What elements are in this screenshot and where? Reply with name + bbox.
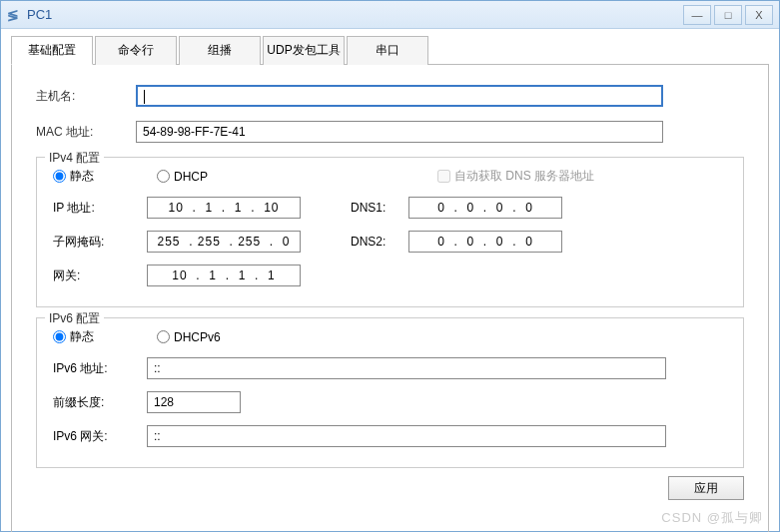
ipv6-gateway-label: IPv6 网关:	[53, 428, 147, 445]
dns2-label: DNS2:	[351, 235, 408, 249]
tab-bar: 基础配置 命令行 组播 UDP发包工具 串口	[11, 35, 769, 65]
mac-label: MAC 地址:	[36, 124, 136, 141]
subnet-mask-row: 子网掩码: DNS2:	[53, 231, 727, 253]
app-window: ≶ PC1 — □ X 基础配置 命令行 组播 UDP发包工具 串口 主机名: …	[0, 0, 780, 532]
ipv4-static-label: 静态	[70, 168, 94, 185]
ipv6-gateway-row: IPv6 网关:	[53, 425, 727, 447]
hostname-input[interactable]	[136, 85, 663, 107]
hostname-row: 主机名:	[36, 85, 744, 107]
ipv4-static-radio[interactable]	[53, 170, 66, 183]
tab-cli[interactable]: 命令行	[95, 36, 177, 65]
ipv6-fieldset: IPv6 配置 静态 DHCPv6 IPv6 地址:	[36, 317, 744, 468]
ipv6-prefix-input[interactable]	[147, 391, 241, 413]
ip-address-input[interactable]	[147, 197, 301, 219]
ipv6-dhcp-option[interactable]: DHCPv6	[157, 330, 221, 344]
app-icon: ≶	[7, 7, 23, 23]
ipv4-dhcp-radio[interactable]	[157, 170, 170, 183]
tab-serial[interactable]: 串口	[347, 36, 428, 65]
ipv4-legend: IPv4 配置	[45, 150, 104, 167]
dns2-input[interactable]	[408, 231, 562, 253]
ipv6-legend: IPv6 配置	[45, 310, 104, 327]
ipv6-gateway-input[interactable]	[147, 425, 666, 447]
ipv4-mode-row: 静态 DHCP 自动获取 DNS 服务器地址	[53, 168, 727, 185]
ipv6-address-row: IPv6 地址:	[53, 357, 727, 379]
window-title: PC1	[27, 7, 52, 22]
ipv6-prefix-label: 前缀长度:	[53, 394, 147, 411]
tab-body: 主机名: MAC 地址: IPv4 配置 静态	[11, 65, 769, 532]
gateway-input[interactable]	[147, 265, 301, 286]
auto-dns-checkbox	[437, 170, 450, 183]
ipv6-address-input[interactable]	[147, 357, 666, 379]
ipv6-address-label: IPv6 地址:	[53, 360, 147, 377]
mac-row: MAC 地址:	[36, 121, 744, 143]
gateway-label: 网关:	[53, 267, 147, 284]
maximize-button[interactable]: □	[714, 5, 742, 25]
apply-button[interactable]: 应用	[668, 476, 744, 500]
ipv6-prefix-row: 前缀长度:	[53, 391, 727, 413]
tab-multicast[interactable]: 组播	[179, 36, 261, 65]
tab-udp[interactable]: UDP发包工具	[263, 36, 345, 65]
ipv4-static-option[interactable]: 静态	[53, 168, 147, 185]
titlebar: ≶ PC1 — □ X	[1, 1, 779, 29]
ipv4-dhcp-option[interactable]: DHCP	[157, 170, 208, 184]
ipv4-dhcp-label: DHCP	[174, 170, 208, 184]
ip-address-label: IP 地址:	[53, 200, 147, 217]
close-button[interactable]: X	[745, 5, 773, 25]
tab-basic[interactable]: 基础配置	[11, 36, 93, 65]
auto-dns-label: 自动获取 DNS 服务器地址	[454, 168, 594, 185]
apply-row: 应用	[36, 476, 744, 500]
hostname-label: 主机名:	[36, 88, 136, 105]
auto-dns-option[interactable]: 自动获取 DNS 服务器地址	[437, 168, 594, 185]
ipv6-static-radio[interactable]	[53, 330, 66, 343]
ipv6-static-option[interactable]: 静态	[53, 328, 147, 345]
ipv6-dhcp-radio[interactable]	[157, 330, 170, 343]
minimize-button[interactable]: —	[683, 5, 711, 25]
mac-input[interactable]	[136, 121, 663, 143]
ipv6-static-label: 静态	[70, 328, 94, 345]
ipv6-mode-row: 静态 DHCPv6	[53, 328, 727, 345]
ipv4-fieldset: IPv4 配置 静态 DHCP 自动获取 DNS 服务器地址	[36, 157, 744, 307]
subnet-mask-input[interactable]	[147, 231, 301, 253]
dns1-input[interactable]	[408, 197, 562, 219]
subnet-mask-label: 子网掩码:	[53, 234, 147, 251]
dns1-label: DNS1:	[351, 201, 408, 215]
gateway-row: 网关:	[53, 265, 727, 286]
content-area: 基础配置 命令行 组播 UDP发包工具 串口 主机名: MAC 地址: IPv4…	[1, 29, 779, 532]
ipv6-dhcp-label: DHCPv6	[174, 330, 221, 344]
ip-address-row: IP 地址: DNS1:	[53, 197, 727, 219]
